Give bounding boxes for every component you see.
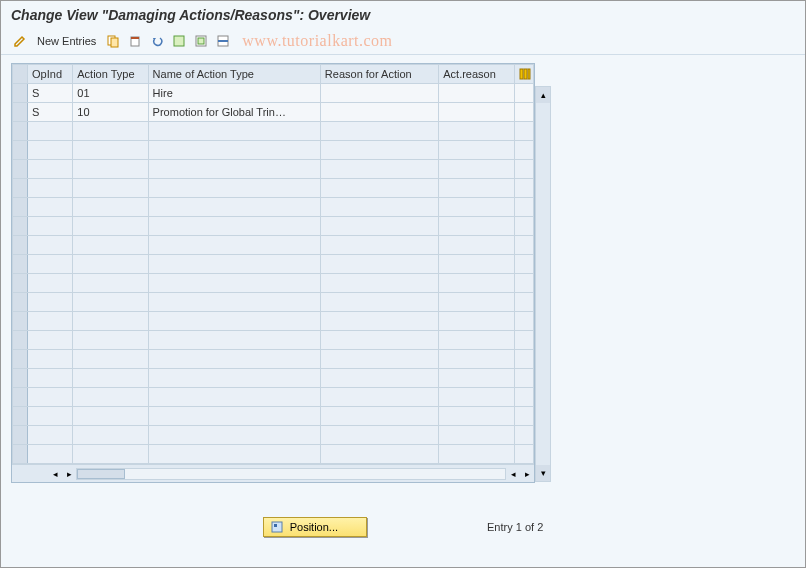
undo-icon[interactable] [148, 32, 166, 50]
row-selector[interactable] [13, 426, 28, 445]
cell-empty[interactable] [28, 331, 73, 350]
cell-action-type[interactable]: 01 [73, 84, 148, 103]
cell-empty[interactable] [28, 312, 73, 331]
table-row-empty[interactable] [13, 426, 534, 445]
cell-empty[interactable] [28, 255, 73, 274]
row-selector[interactable] [13, 388, 28, 407]
cell-name[interactable]: Hire [148, 84, 320, 103]
col-name[interactable]: Name of Action Type [148, 65, 320, 84]
col-action-type[interactable]: Action Type [73, 65, 148, 84]
cell-empty[interactable] [439, 426, 514, 445]
table-row-empty[interactable] [13, 255, 534, 274]
cell-empty[interactable] [439, 236, 514, 255]
new-entries-button[interactable]: New Entries [33, 35, 100, 47]
hscroll-track[interactable] [76, 468, 506, 480]
row-selector[interactable] [13, 141, 28, 160]
col-reason[interactable]: Reason for Action [320, 65, 438, 84]
position-button[interactable]: Position... [263, 517, 367, 537]
cell-empty[interactable] [320, 179, 438, 198]
cell-empty[interactable] [320, 293, 438, 312]
table-row-empty[interactable] [13, 217, 534, 236]
cell-empty[interactable] [320, 312, 438, 331]
cell-empty[interactable] [28, 160, 73, 179]
copy-icon[interactable] [104, 32, 122, 50]
cell-empty[interactable] [439, 369, 514, 388]
row-selector[interactable] [13, 179, 28, 198]
table-row[interactable]: S01Hire [13, 84, 534, 103]
row-selector[interactable] [13, 198, 28, 217]
cell-empty[interactable] [439, 293, 514, 312]
cell-empty[interactable] [320, 255, 438, 274]
cell-empty[interactable] [148, 293, 320, 312]
table-row-empty[interactable] [13, 445, 534, 464]
cell-empty[interactable] [148, 369, 320, 388]
table-row-empty[interactable] [13, 331, 534, 350]
table-row-empty[interactable] [13, 407, 534, 426]
cell-empty[interactable] [73, 331, 148, 350]
hscroll-left-start-icon[interactable]: ◂ [48, 469, 62, 479]
cell-empty[interactable] [28, 426, 73, 445]
cell-empty[interactable] [148, 312, 320, 331]
cell-empty[interactable] [28, 445, 73, 464]
table-row-empty[interactable] [13, 122, 534, 141]
cell-empty[interactable] [320, 407, 438, 426]
cell-empty[interactable] [320, 369, 438, 388]
cell-empty[interactable] [73, 160, 148, 179]
row-selector[interactable] [13, 122, 28, 141]
cell-empty[interactable] [73, 293, 148, 312]
hscroll-thumb[interactable] [77, 469, 125, 479]
hscroll-right-end-icon[interactable]: ▸ [520, 469, 534, 479]
cell-act-reason[interactable] [439, 84, 514, 103]
cell-empty[interactable] [28, 274, 73, 293]
table-row[interactable]: S10Promotion for Global Trin… [13, 103, 534, 122]
cell-empty[interactable] [148, 236, 320, 255]
cell-empty[interactable] [28, 369, 73, 388]
cell-empty[interactable] [73, 179, 148, 198]
cell-empty[interactable] [320, 426, 438, 445]
cell-empty[interactable] [73, 255, 148, 274]
cell-empty[interactable] [28, 179, 73, 198]
cell-empty[interactable] [73, 350, 148, 369]
cell-empty[interactable] [439, 198, 514, 217]
cell-empty[interactable] [148, 350, 320, 369]
table-row-empty[interactable] [13, 160, 534, 179]
cell-empty[interactable] [148, 122, 320, 141]
cell-empty[interactable] [28, 217, 73, 236]
row-selector[interactable] [13, 407, 28, 426]
cell-empty[interactable] [320, 217, 438, 236]
cell-empty[interactable] [148, 388, 320, 407]
cell-empty[interactable] [439, 141, 514, 160]
cell-empty[interactable] [148, 407, 320, 426]
change-icon[interactable] [11, 32, 29, 50]
cell-empty[interactable] [320, 274, 438, 293]
cell-action-type[interactable]: 10 [73, 103, 148, 122]
cell-empty[interactable] [439, 445, 514, 464]
cell-empty[interactable] [28, 350, 73, 369]
cell-empty[interactable] [439, 255, 514, 274]
cell-empty[interactable] [28, 122, 73, 141]
cell-empty[interactable] [73, 217, 148, 236]
row-selector[interactable] [13, 350, 28, 369]
cell-empty[interactable] [148, 217, 320, 236]
cell-empty[interactable] [320, 122, 438, 141]
table-row-empty[interactable] [13, 179, 534, 198]
cell-empty[interactable] [148, 160, 320, 179]
cell-name[interactable]: Promotion for Global Trin… [148, 103, 320, 122]
table-row-empty[interactable] [13, 198, 534, 217]
row-selector[interactable] [13, 274, 28, 293]
row-selector[interactable] [13, 103, 28, 122]
cell-empty[interactable] [73, 445, 148, 464]
cell-empty[interactable] [73, 274, 148, 293]
table-row-empty[interactable] [13, 388, 534, 407]
cell-empty[interactable] [28, 198, 73, 217]
cell-reason[interactable] [320, 84, 438, 103]
cell-act-reason[interactable] [439, 103, 514, 122]
deselect-icon[interactable] [214, 32, 232, 50]
cell-empty[interactable] [28, 293, 73, 312]
cell-empty[interactable] [439, 388, 514, 407]
cell-empty[interactable] [439, 407, 514, 426]
cell-empty[interactable] [320, 445, 438, 464]
cell-empty[interactable] [73, 236, 148, 255]
row-selector[interactable] [13, 84, 28, 103]
cell-empty[interactable] [320, 141, 438, 160]
